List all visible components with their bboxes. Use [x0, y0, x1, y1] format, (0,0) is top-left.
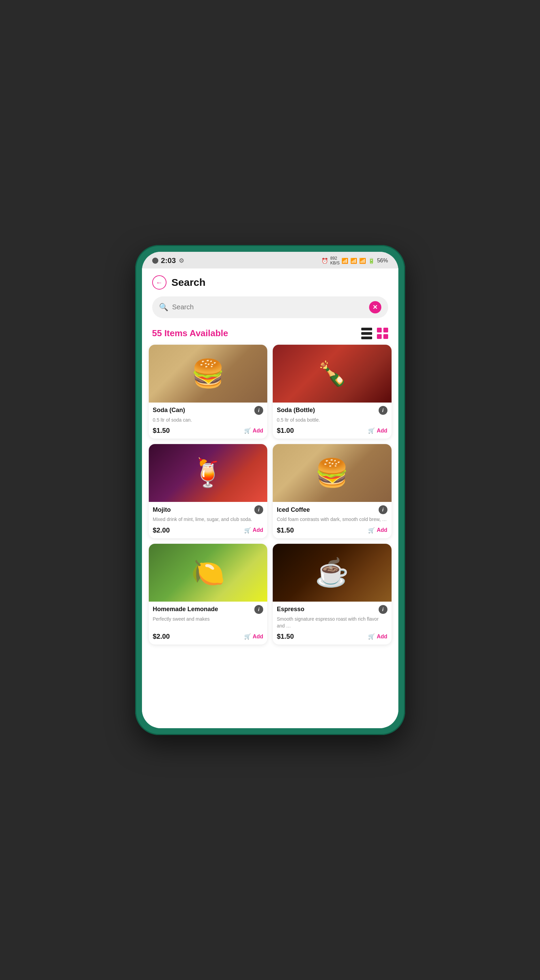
info-badge-mojito[interactable]: i	[254, 505, 263, 514]
product-card-soda-bottle: Soda (Bottle) i 0.5 ltr of soda bottle. …	[273, 345, 392, 439]
info-badge-homemade-lemonade[interactable]: i	[254, 605, 263, 614]
info-badge-soda-can[interactable]: i	[254, 406, 263, 415]
search-input[interactable]	[172, 303, 365, 311]
add-to-cart-button-espresso[interactable]: 🛒 Add	[368, 633, 387, 640]
info-badge-espresso[interactable]: i	[379, 605, 387, 614]
status-bar: 2:03 ⚙ ⏰ 892KB/S 📶 📶 📶 🔋 56%	[142, 252, 398, 269]
product-info-mojito: Mojito i Mixed drink of mint, lime, suga…	[149, 502, 268, 538]
cart-icon: 🛒	[244, 633, 251, 640]
phone-frame: 2:03 ⚙ ⏰ 892KB/S 📶 📶 📶 🔋 56% ← Search	[135, 245, 405, 735]
cart-icon: 🛒	[244, 427, 251, 434]
product-card-iced-coffee: Iced Coffee i Cold foam contrasts with d…	[273, 444, 392, 538]
search-icon: 🔍	[159, 303, 168, 312]
items-count: 55 Items Available	[152, 328, 228, 339]
info-icon: i	[382, 607, 384, 612]
list-bar-3	[361, 337, 372, 339]
add-label: Add	[377, 428, 387, 434]
items-header: 55 Items Available	[142, 325, 398, 345]
info-icon: i	[258, 408, 260, 413]
signal-icon-2: 📶	[359, 258, 366, 264]
battery-icon: 🔋	[368, 258, 375, 264]
info-icon: i	[258, 607, 260, 612]
product-image-homemade-lemonade	[149, 544, 268, 601]
product-price: $2.00	[153, 633, 170, 640]
add-to-cart-button-iced-coffee[interactable]: 🛒 Add	[368, 527, 387, 533]
product-info-homemade-lemonade: Homemade Lemonade i Perfectly sweet and …	[149, 601, 268, 644]
status-left: 2:03 ⚙	[152, 256, 184, 265]
cart-icon: 🛒	[368, 427, 375, 434]
camera-dot	[152, 258, 158, 264]
product-name-row: Espresso i	[277, 605, 387, 614]
product-grid: Soda (Can) i 0.5 ltr of soda can. $1.50 …	[142, 345, 398, 651]
search-clear-button[interactable]: ✕	[369, 301, 381, 313]
phone-screen: 2:03 ⚙ ⏰ 892KB/S 📶 📶 📶 🔋 56% ← Search	[142, 252, 398, 728]
product-price: $2.00	[153, 527, 170, 534]
grid-view-button[interactable]	[377, 328, 388, 339]
grid-cell-1	[377, 328, 382, 332]
product-name: Soda (Bottle)	[277, 407, 379, 414]
page-title: Search	[172, 277, 205, 288]
close-icon: ✕	[373, 304, 378, 310]
grid-cell-4	[383, 334, 388, 339]
search-container: 🔍 ✕	[142, 293, 398, 325]
product-price: $1.50	[153, 427, 170, 434]
status-right: ⏰ 892KB/S 📶 📶 📶 🔋 56%	[322, 256, 388, 266]
back-button[interactable]: ←	[152, 275, 167, 290]
product-footer: $1.50 🛒 Add	[277, 633, 387, 640]
product-info-iced-coffee: Iced Coffee i Cold foam contrasts with d…	[273, 502, 392, 538]
product-price: $1.50	[277, 527, 294, 534]
cart-icon: 🛒	[368, 527, 375, 533]
add-label: Add	[253, 633, 263, 640]
product-info-soda-bottle: Soda (Bottle) i 0.5 ltr of soda bottle. …	[273, 402, 392, 439]
product-image-soda-can	[149, 345, 268, 402]
page-header: ← Search	[142, 269, 398, 293]
back-arrow-icon: ←	[156, 279, 163, 286]
product-name: Soda (Can)	[153, 407, 255, 414]
search-box: 🔍 ✕	[152, 296, 388, 318]
list-view-button[interactable]	[361, 328, 372, 339]
main-content: ← Search 🔍 ✕ 55 Items Available	[142, 269, 398, 728]
product-footer: $2.00 🛒 Add	[153, 633, 264, 640]
product-name: Homemade Lemonade	[153, 606, 255, 613]
add-label: Add	[253, 428, 263, 434]
add-label: Add	[253, 527, 263, 533]
product-price: $1.00	[277, 427, 294, 434]
add-to-cart-button-soda-bottle[interactable]: 🛒 Add	[368, 427, 387, 434]
add-label: Add	[377, 633, 387, 640]
product-footer: $1.50 🛒 Add	[277, 527, 387, 534]
alarm-icon: ⏰	[322, 258, 328, 264]
list-bar-2	[361, 332, 372, 335]
product-description: Cold foam contrasts with dark, smooth co…	[277, 516, 387, 523]
battery-percent: 56%	[377, 258, 388, 264]
wifi-icon: 📶	[341, 258, 348, 264]
cart-icon: 🛒	[368, 633, 375, 640]
grid-cell-2	[383, 328, 388, 332]
view-toggles	[361, 328, 388, 339]
grid-cell-3	[377, 334, 382, 339]
add-to-cart-button-mojito[interactable]: 🛒 Add	[244, 527, 263, 533]
product-name: Espresso	[277, 606, 379, 613]
signal-icon: 📶	[350, 258, 357, 264]
product-description: Perfectly sweet and makes	[153, 616, 264, 629]
product-card-espresso: Espresso i Smooth signature espresso roa…	[273, 544, 392, 644]
product-description: Smooth signature espresso roast with ric…	[277, 616, 387, 629]
product-price: $1.50	[277, 633, 294, 640]
product-name-row: Iced Coffee i	[277, 505, 387, 514]
product-footer: $2.00 🛒 Add	[153, 527, 264, 534]
network-speed: 892KB/S	[330, 256, 339, 266]
product-card-mojito: Mojito i Mixed drink of mint, lime, suga…	[149, 444, 268, 538]
product-card-homemade-lemonade: Homemade Lemonade i Perfectly sweet and …	[149, 544, 268, 644]
list-bar-1	[361, 328, 372, 331]
add-to-cart-button-soda-can[interactable]: 🛒 Add	[244, 427, 263, 434]
info-badge-soda-bottle[interactable]: i	[379, 406, 387, 415]
product-footer: $1.00 🛒 Add	[277, 427, 387, 434]
status-time: 2:03	[161, 256, 176, 265]
product-image-soda-bottle	[273, 345, 392, 402]
product-description: Mixed drink of mint, lime, sugar, and cl…	[153, 516, 264, 523]
product-name-row: Homemade Lemonade i	[153, 605, 264, 614]
product-image-iced-coffee	[273, 444, 392, 502]
info-badge-iced-coffee[interactable]: i	[379, 505, 387, 514]
product-name: Mojito	[153, 506, 255, 514]
add-to-cart-button-homemade-lemonade[interactable]: 🛒 Add	[244, 633, 263, 640]
product-footer: $1.50 🛒 Add	[153, 427, 264, 434]
